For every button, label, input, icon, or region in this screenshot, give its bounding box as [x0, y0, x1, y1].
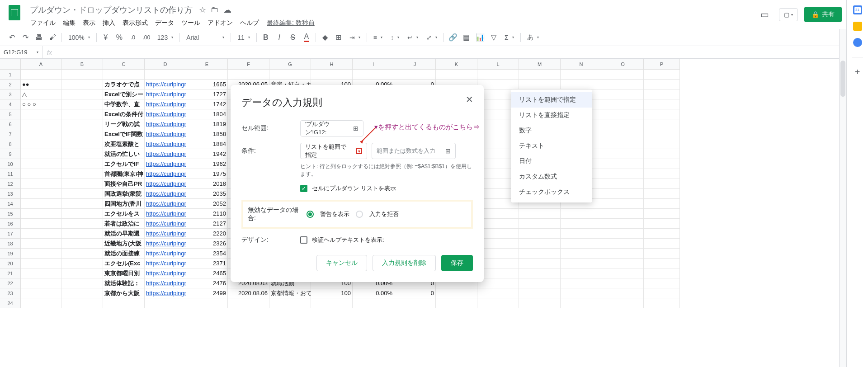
cell[interactable] [602, 139, 644, 149]
cell[interactable] [644, 169, 680, 179]
cell[interactable] [21, 288, 61, 298]
cell[interactable] [602, 259, 644, 268]
cell[interactable] [519, 219, 561, 229]
col-header-K[interactable]: K [436, 59, 477, 70]
menu-ツール[interactable]: ツール [178, 17, 203, 29]
cell[interactable] [644, 109, 680, 119]
cell[interactable]: 就活の面接練 [103, 249, 145, 259]
col-header-F[interactable]: F [228, 59, 269, 70]
cell[interactable]: https://curlpingn [145, 99, 186, 109]
decrease-decimal-button[interactable]: .0 [127, 31, 139, 44]
doc-title[interactable]: プルダウン・ドロップダウンリストの作り方 [27, 4, 195, 16]
cell[interactable] [602, 169, 644, 179]
cell[interactable] [644, 179, 680, 189]
row-header[interactable]: 1 [0, 70, 21, 80]
cell[interactable]: 1819 [186, 119, 228, 129]
col-header-M[interactable]: M [519, 59, 561, 70]
cell[interactable] [21, 298, 61, 308]
cell[interactable]: https://curlpingn [145, 259, 186, 268]
cell[interactable] [519, 298, 561, 308]
col-header-A[interactable]: A [21, 59, 61, 70]
cell[interactable] [602, 129, 644, 139]
cell[interactable]: エクセルをス [103, 209, 145, 219]
cell[interactable]: 2354 [186, 249, 228, 259]
show-dropdown-checkbox[interactable]: ✓ [300, 185, 307, 192]
cell[interactable] [61, 239, 103, 249]
menu-表示形式[interactable]: 表示形式 [119, 17, 151, 29]
cell[interactable]: リーグ戦の試 [103, 119, 145, 129]
cell[interactable] [477, 298, 519, 308]
zoom-select[interactable]: 100%▾ [65, 31, 94, 44]
cell[interactable]: 2499 [186, 288, 228, 298]
functions-button[interactable]: Σ▾ [501, 31, 518, 44]
row-header[interactable]: 19 [0, 249, 21, 259]
cell[interactable] [61, 229, 103, 239]
cell[interactable]: △ [21, 89, 61, 99]
row-header[interactable]: 21 [0, 268, 21, 278]
cell[interactable]: 1804 [186, 109, 228, 119]
cell[interactable] [602, 229, 644, 239]
cell[interactable]: 2020.08.06 [228, 288, 269, 298]
cell[interactable]: https://curlpingn [145, 129, 186, 139]
cell[interactable] [519, 70, 561, 80]
filter-button[interactable]: ▽ [487, 31, 500, 44]
cell[interactable] [61, 169, 103, 179]
valign-button[interactable]: ↕▾ [387, 31, 403, 44]
row-header[interactable]: 5 [0, 109, 21, 119]
cell[interactable] [602, 109, 644, 119]
criteria-select[interactable]: リストを範囲で指定 [300, 143, 367, 159]
invalid-warn-radio[interactable] [307, 211, 314, 218]
cell[interactable] [644, 89, 680, 99]
cell[interactable] [644, 249, 680, 259]
select-all-corner[interactable] [0, 59, 21, 70]
cell[interactable] [394, 298, 436, 308]
cell[interactable] [519, 249, 561, 259]
cell[interactable]: https://curlpingn [145, 149, 186, 159]
cell[interactable]: ●● [21, 80, 61, 89]
cell[interactable]: 就活体験記： [103, 278, 145, 288]
cell[interactable] [21, 209, 61, 219]
cell[interactable] [61, 119, 103, 129]
row-header[interactable]: 24 [0, 298, 21, 308]
cell[interactable] [61, 259, 103, 268]
cell[interactable]: カラオケで点 [103, 80, 145, 89]
cell[interactable]: 1665 [186, 80, 228, 89]
dropdown-item[interactable]: カスタム数式 [511, 169, 592, 184]
cell[interactable] [644, 129, 680, 139]
cell[interactable] [477, 70, 519, 80]
dropdown-item[interactable]: リストを範囲で指定 [511, 92, 592, 108]
cell[interactable]: 面接や自己PR [103, 179, 145, 189]
save-button[interactable]: 保存 [441, 255, 473, 271]
cell[interactable] [269, 70, 311, 80]
italic-button[interactable]: I [273, 31, 286, 44]
cell[interactable] [21, 249, 61, 259]
col-header-B[interactable]: B [61, 59, 103, 70]
cell[interactable] [477, 288, 519, 298]
row-header[interactable]: 3 [0, 89, 21, 99]
cell[interactable] [561, 229, 602, 239]
cell[interactable] [21, 199, 61, 209]
cell[interactable] [311, 70, 353, 80]
bold-button[interactable]: B [259, 31, 272, 44]
cell[interactable]: 四国地方(香川 [103, 199, 145, 209]
cell[interactable]: 2110 [186, 209, 228, 219]
cell[interactable] [561, 288, 602, 298]
cell[interactable]: 1858 [186, 129, 228, 139]
cell[interactable]: 1975 [186, 169, 228, 179]
cell[interactable] [103, 70, 145, 80]
cell[interactable] [21, 139, 61, 149]
text-color-button[interactable]: A [300, 31, 313, 44]
cell[interactable]: https://curlpingn [145, 159, 186, 169]
share-button[interactable]: 🔒共有 [804, 7, 842, 22]
cell[interactable]: https://curlpingn [145, 268, 186, 278]
cell[interactable] [61, 89, 103, 99]
cell[interactable] [21, 129, 61, 139]
cell[interactable]: https://curlpingn [145, 278, 186, 288]
cell[interactable] [644, 268, 680, 278]
cell[interactable]: 2465 [186, 268, 228, 278]
cell[interactable] [145, 70, 186, 80]
cell[interactable]: https://curlpingn [145, 169, 186, 179]
row-header[interactable]: 11 [0, 169, 21, 179]
cell[interactable] [436, 70, 477, 80]
cell[interactable] [561, 249, 602, 259]
